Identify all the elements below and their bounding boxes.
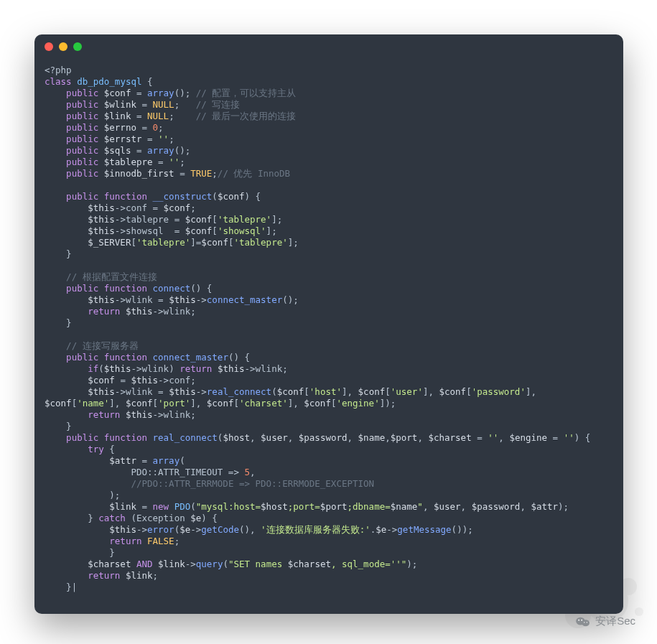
close-icon[interactable]: [45, 42, 53, 51]
code-editor[interactable]: <?php class db_pdo_mysql { public $conf …: [34, 59, 623, 603]
code-window: <?php class db_pdo_mysql { public $conf …: [34, 34, 623, 614]
svg-point-4: [635, 607, 643, 616]
svg-point-8: [581, 619, 582, 620]
svg-point-10: [587, 622, 587, 622]
svg-point-7: [578, 619, 579, 620]
svg-point-6: [582, 620, 590, 626]
wechat-watermark: 安译Sec: [575, 615, 635, 628]
watermark-label: 安译Sec: [595, 615, 635, 628]
wechat-icon: [575, 615, 591, 628]
minimize-icon[interactable]: [59, 42, 67, 51]
window-titlebar: [34, 34, 623, 59]
maximize-icon[interactable]: [73, 42, 82, 51]
svg-point-9: [584, 622, 584, 622]
